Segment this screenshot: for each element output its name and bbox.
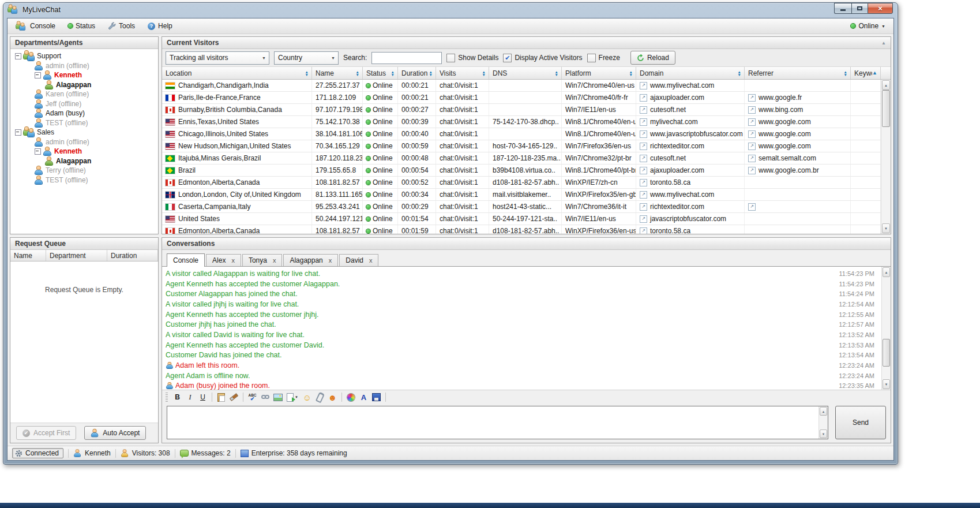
column-header[interactable]: Visits bbox=[436, 67, 489, 79]
tree-item[interactable]: Terry (offline) bbox=[14, 166, 158, 175]
tree-item[interactable]: Jeff (offline) bbox=[14, 99, 158, 109]
font-color-icon[interactable]: A bbox=[358, 392, 369, 402]
column-header[interactable]: Domain bbox=[636, 67, 745, 79]
show-details-checkbox[interactable]: Show Details bbox=[446, 54, 498, 62]
compose-scrollbar[interactable]: ▲ ▼ bbox=[818, 406, 828, 439]
auto-accept-button[interactable]: Auto Accept bbox=[84, 426, 146, 440]
external-link-icon[interactable] bbox=[640, 82, 647, 89]
display-active-visitors-checkbox[interactable]: ✔ Display Active Visitors bbox=[503, 54, 582, 62]
conversation-tab[interactable]: Tonya x bbox=[242, 254, 283, 266]
tree-collapse-icon[interactable] bbox=[35, 72, 41, 79]
title-bar[interactable]: MyLiveChat × bbox=[3, 3, 898, 16]
connected-button[interactable]: Connected bbox=[12, 448, 63, 458]
tree-item[interactable]: TEST (offline) bbox=[14, 175, 158, 185]
external-link-icon[interactable] bbox=[640, 167, 647, 174]
visitor-row[interactable]: Paris,Ile-de-France,France 171.18.2.109 … bbox=[162, 92, 881, 104]
tracking-filter-select[interactable]: Tracking all visitors▼ bbox=[166, 51, 269, 65]
external-link-icon[interactable] bbox=[748, 94, 756, 102]
menu-status[interactable]: Status bbox=[63, 20, 100, 32]
menu-console[interactable]: Console bbox=[11, 20, 61, 32]
message-input[interactable] bbox=[167, 406, 819, 439]
external-link-icon[interactable] bbox=[640, 118, 647, 126]
external-link-icon[interactable] bbox=[748, 118, 756, 126]
tree-item[interactable]: TEST (offline) bbox=[14, 118, 158, 128]
scroll-up-icon[interactable]: ▲ bbox=[883, 267, 890, 277]
maximize-button[interactable] bbox=[851, 3, 868, 14]
freeze-checkbox[interactable]: Freeze bbox=[587, 54, 620, 62]
collapse-panel-icon[interactable]: ▲ bbox=[881, 40, 886, 46]
attach-file-icon[interactable] bbox=[314, 392, 325, 402]
visitor-row[interactable]: Itajubá,Minas Gerais,Brazil 187.120.118.… bbox=[162, 152, 881, 165]
external-link-icon[interactable] bbox=[748, 130, 756, 138]
tree-collapse-icon[interactable] bbox=[15, 53, 21, 59]
insert-image-icon[interactable] bbox=[272, 392, 283, 402]
conversation-tab[interactable]: Console x bbox=[167, 253, 205, 267]
visitor-row[interactable]: Caserta,Campania,Italy 95.253.43.241 Onl… bbox=[162, 201, 881, 213]
visitor-row[interactable]: Chicago,Illinois,United States 38.104.18… bbox=[162, 128, 881, 140]
external-link-icon[interactable] bbox=[748, 155, 756, 162]
visitor-row[interactable]: New Hudson,Michigan,United States 70.34.… bbox=[162, 140, 881, 152]
search-input[interactable] bbox=[371, 52, 442, 64]
hyperlink-icon[interactable] bbox=[260, 392, 271, 402]
visitor-row[interactable]: Chandigarh,Chandigarh,India 27.255.217.3… bbox=[162, 80, 881, 92]
scrollbar-thumb[interactable] bbox=[882, 90, 890, 127]
visitor-row[interactable]: Ennis,Texas,United States 75.142.170.38 … bbox=[162, 116, 881, 128]
scroll-up-icon[interactable]: ▲ bbox=[820, 407, 827, 416]
tree-collapse-icon[interactable] bbox=[15, 129, 21, 136]
external-link-icon[interactable] bbox=[640, 179, 647, 186]
tree-item[interactable]: Alagappan bbox=[14, 80, 158, 90]
emoticon-icon[interactable]: ☻ bbox=[327, 392, 338, 402]
tree-item[interactable]: admin (offline) bbox=[14, 61, 158, 71]
tree-item[interactable]: Adam (busy) bbox=[14, 109, 158, 118]
close-button[interactable]: × bbox=[868, 3, 893, 14]
tree-item[interactable]: Sales bbox=[14, 128, 158, 137]
visitor-row[interactable]: Brazil 179.155.65.8 Online 00:00:54 chat… bbox=[162, 165, 881, 177]
tree-item[interactable]: admin (offline) bbox=[14, 137, 158, 147]
visitor-row[interactable]: Edmonton,Alberta,Canada 108.181.82.57 On… bbox=[162, 177, 881, 189]
external-link-icon[interactable] bbox=[640, 94, 647, 102]
minimize-button[interactable] bbox=[834, 3, 851, 14]
external-link-icon[interactable] bbox=[640, 143, 647, 150]
queue-column-header[interactable]: Duration bbox=[107, 250, 158, 261]
column-header[interactable]: Name bbox=[312, 67, 363, 79]
conversation-tab[interactable]: Alagappan x bbox=[283, 254, 338, 266]
scroll-up-icon[interactable]: ▲ bbox=[882, 80, 890, 90]
column-header[interactable]: Referrer bbox=[745, 67, 851, 79]
conversation-tab[interactable]: Alex x bbox=[206, 254, 241, 266]
conversation-tab[interactable]: David x bbox=[339, 254, 378, 266]
tree-collapse-icon[interactable] bbox=[35, 148, 41, 155]
column-header[interactable]: Status bbox=[363, 67, 398, 79]
external-link-icon[interactable] bbox=[640, 106, 647, 114]
queue-column-header[interactable]: Department bbox=[46, 250, 107, 261]
menu-tools[interactable]: Tools bbox=[103, 20, 140, 32]
visitor-row[interactable]: London,London, City of,United Kingdom 81… bbox=[162, 189, 881, 201]
online-status-dropdown[interactable]: Online ▼ bbox=[846, 20, 890, 32]
tree-item[interactable]: Alagappan bbox=[14, 156, 158, 166]
column-header[interactable]: Keyword bbox=[851, 67, 881, 79]
send-button[interactable]: Send bbox=[835, 406, 886, 439]
menu-help[interactable]: ? Help bbox=[142, 20, 178, 32]
save-transcript-icon[interactable] bbox=[371, 392, 382, 402]
tab-close-icon[interactable]: x bbox=[273, 257, 276, 264]
italic-icon[interactable]: I bbox=[185, 392, 196, 402]
smiley-icon[interactable]: ☺ bbox=[302, 392, 313, 402]
scroll-down-icon[interactable]: ▼ bbox=[820, 429, 827, 438]
tree-item[interactable]: Karen (offline) bbox=[14, 89, 158, 99]
chat-scrollbar[interactable]: ▲ ▼ bbox=[881, 267, 891, 390]
paste-icon[interactable] bbox=[216, 392, 227, 402]
spellcheck-icon[interactable]: ABC bbox=[247, 392, 258, 402]
external-link-icon[interactable] bbox=[748, 106, 756, 114]
color-picker-icon[interactable] bbox=[346, 392, 356, 402]
visitors-scrollbar[interactable]: ▲ ▼ bbox=[881, 80, 891, 234]
column-header[interactable]: Platform bbox=[562, 67, 636, 79]
tab-close-icon[interactable]: x bbox=[369, 257, 373, 264]
external-link-icon[interactable] bbox=[748, 203, 756, 211]
external-link-icon[interactable] bbox=[640, 203, 647, 211]
external-link-icon[interactable] bbox=[748, 167, 756, 174]
column-header[interactable]: DNS bbox=[489, 67, 562, 79]
tab-close-icon[interactable]: x bbox=[329, 257, 332, 264]
tree-item[interactable]: Support bbox=[14, 51, 158, 61]
queue-column-header[interactable]: Name bbox=[10, 250, 46, 261]
column-header[interactable]: Duration bbox=[398, 67, 436, 79]
visitor-row[interactable]: Edmonton,Alberta,Canada 108.181.82.57 On… bbox=[162, 225, 881, 234]
